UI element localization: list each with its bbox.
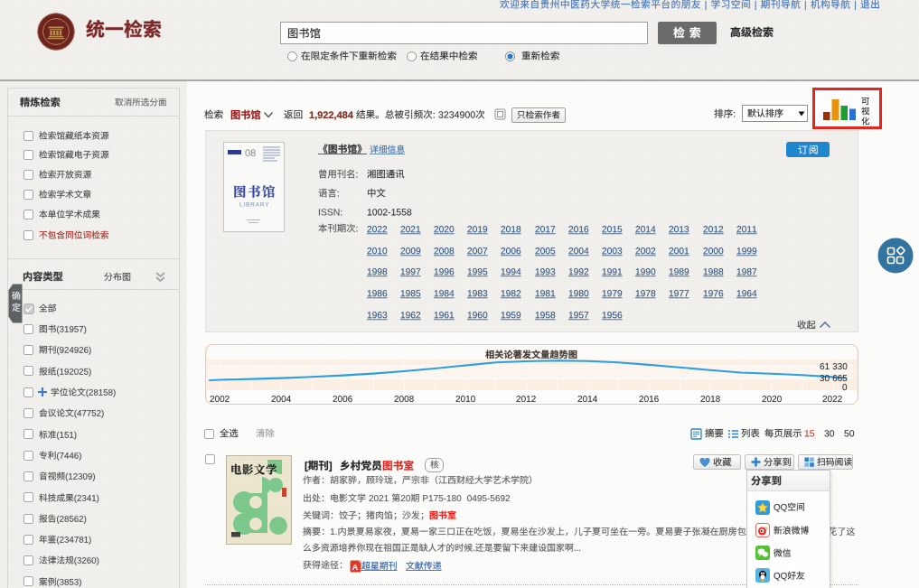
svg-text:A: A bbox=[352, 562, 358, 571]
